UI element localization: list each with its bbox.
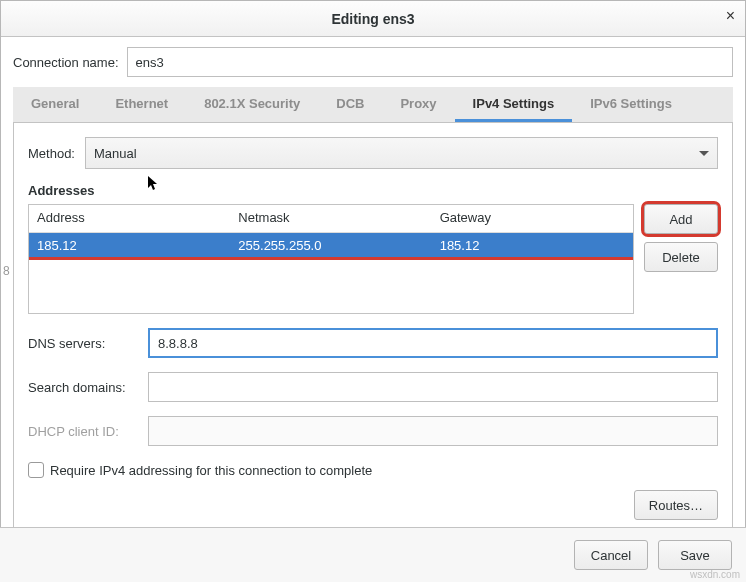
method-label: Method: <box>28 146 75 161</box>
dhcp-client-row: DHCP client ID: <box>28 416 718 446</box>
cancel-button[interactable]: Cancel <box>574 540 648 570</box>
method-dropdown[interactable]: Manual <box>85 137 718 169</box>
method-row: Method: Manual <box>28 137 718 169</box>
addresses-heading: Addresses <box>28 183 718 198</box>
col-gateway: Gateway <box>432 205 633 232</box>
dns-input[interactable] <box>148 328 718 358</box>
highlight-underline <box>29 257 633 260</box>
search-domains-row: Search domains: <box>28 372 718 402</box>
method-value: Manual <box>94 146 137 161</box>
addresses-block: Address Netmask Gateway 185.12 255.255.2… <box>28 204 718 314</box>
delete-button[interactable]: Delete <box>644 242 718 272</box>
window-title: Editing ens3 <box>331 11 414 27</box>
connection-name-label: Connection name: <box>13 55 119 70</box>
add-highlight: Add <box>644 204 718 234</box>
table-header: Address Netmask Gateway <box>29 205 633 233</box>
cell-address: 185.12 <box>29 233 230 258</box>
dialog-footer: Cancel Save <box>0 527 746 582</box>
tab-general[interactable]: General <box>13 87 97 122</box>
dhcp-client-label: DHCP client ID: <box>28 424 148 439</box>
tab-8021x-security[interactable]: 802.1X Security <box>186 87 318 122</box>
stray-text: 8 <box>3 264 10 278</box>
content-area: Connection name: General Ethernet 802.1X… <box>1 37 745 535</box>
table-row[interactable]: 185.12 255.255.255.0 185.12 <box>29 233 633 257</box>
col-address: Address <box>29 205 230 232</box>
tab-ipv6-settings[interactable]: IPv6 Settings <box>572 87 690 122</box>
dns-label: DNS servers: <box>28 336 148 351</box>
addresses-table[interactable]: Address Netmask Gateway 185.12 255.255.2… <box>28 204 634 314</box>
search-domains-input[interactable] <box>148 372 718 402</box>
require-ipv4-row: Require IPv4 addressing for this connect… <box>28 462 718 478</box>
save-button[interactable]: Save <box>658 540 732 570</box>
tab-ethernet[interactable]: Ethernet <box>97 87 186 122</box>
dns-row: DNS servers: <box>28 328 718 358</box>
cell-gateway: 185.12 <box>432 233 633 258</box>
connection-name-input[interactable] <box>127 47 733 77</box>
routes-button[interactable]: Routes… <box>634 490 718 520</box>
connection-name-row: Connection name: <box>13 47 733 77</box>
ipv4-panel: Method: Manual Addresses Address Netmask… <box>13 123 733 535</box>
add-button[interactable]: Add <box>644 204 718 234</box>
watermark: wsxdn.com <box>690 569 740 580</box>
tab-bar: General Ethernet 802.1X Security DCB Pro… <box>13 87 733 123</box>
require-ipv4-checkbox[interactable] <box>28 462 44 478</box>
title-bar: Editing ens3 × <box>1 1 745 37</box>
tab-ipv4-settings[interactable]: IPv4 Settings <box>455 87 573 122</box>
tab-proxy[interactable]: Proxy <box>382 87 454 122</box>
routes-row: Routes… <box>28 490 718 520</box>
close-icon[interactable]: × <box>726 7 735 25</box>
address-buttons: Add Delete <box>644 204 718 314</box>
dhcp-client-input <box>148 416 718 446</box>
tab-dcb[interactable]: DCB <box>318 87 382 122</box>
require-ipv4-label: Require IPv4 addressing for this connect… <box>50 463 372 478</box>
chevron-down-icon <box>699 151 709 156</box>
cell-netmask: 255.255.255.0 <box>230 233 431 258</box>
col-netmask: Netmask <box>230 205 431 232</box>
search-domains-label: Search domains: <box>28 380 148 395</box>
